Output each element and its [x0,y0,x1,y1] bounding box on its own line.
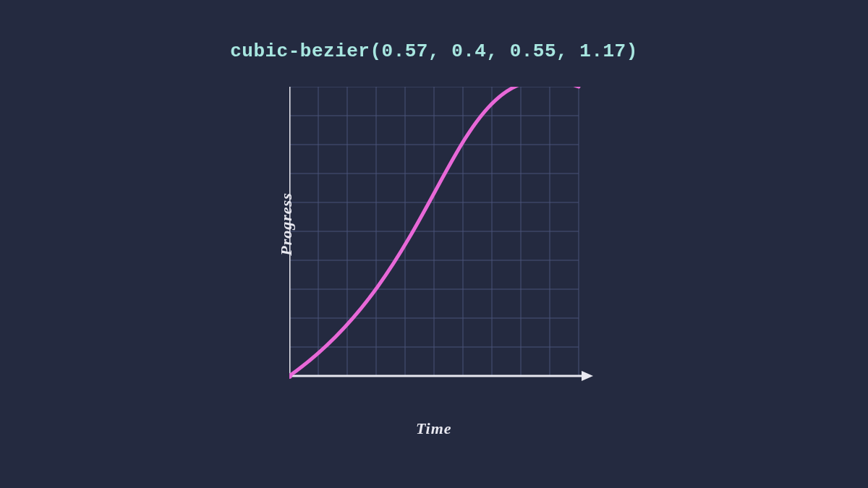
grid-lines [289,87,579,376]
chart-plot-area [289,87,579,398]
bezier-chart-svg [289,87,593,405]
y-axis-label: Progress [277,192,296,255]
svg-marker-25 [582,371,593,381]
x-axis [289,371,593,381]
chart-title: cubic-bezier(0.57, 0.4, 0.55, 1.17) [230,40,638,62]
x-axis-label: Time [416,419,452,438]
